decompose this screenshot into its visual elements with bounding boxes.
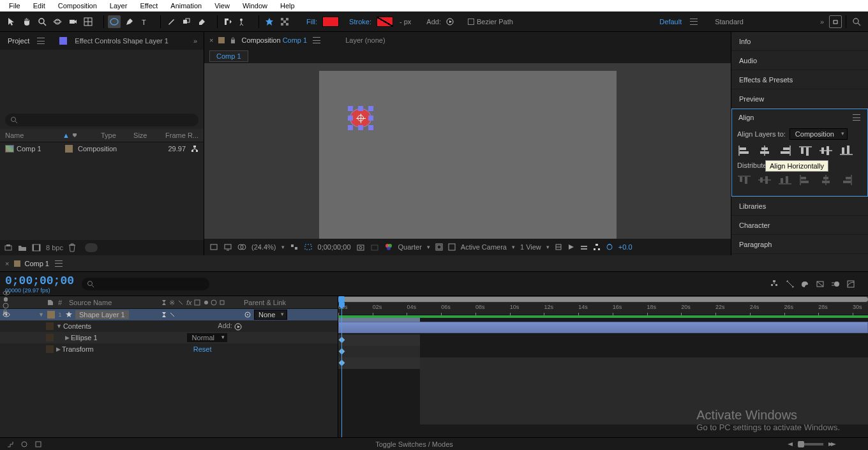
panel-overflow-icon[interactable]: » bbox=[190, 37, 201, 45]
monitor-icon[interactable] bbox=[223, 243, 232, 251]
resize-handle[interactable] bbox=[368, 106, 373, 111]
orbit-tool-icon[interactable] bbox=[51, 15, 64, 28]
zoom-slider[interactable] bbox=[798, 443, 823, 446]
panel-menu-icon[interactable] bbox=[852, 114, 861, 121]
align-left-button[interactable] bbox=[737, 145, 751, 156]
lock-icon[interactable] bbox=[230, 36, 236, 44]
playhead[interactable] bbox=[341, 303, 342, 437]
panel-menu-icon[interactable] bbox=[312, 37, 321, 43]
selection-tool-icon[interactable] bbox=[5, 15, 18, 28]
ellipse-row[interactable]: ▶ Ellipse 1 Normal bbox=[0, 332, 338, 343]
text-tool-icon[interactable]: T bbox=[138, 15, 151, 28]
trash-icon[interactable] bbox=[68, 243, 76, 252]
layer-tab[interactable]: Layer (none) bbox=[345, 36, 385, 44]
search-icon[interactable] bbox=[850, 15, 863, 28]
label-col[interactable] bbox=[47, 299, 55, 306]
draft3d-icon[interactable] bbox=[785, 280, 794, 289]
fill-swatch[interactable] bbox=[322, 17, 339, 27]
blend-icon[interactable] bbox=[34, 440, 42, 448]
dist-hcenter-button[interactable] bbox=[819, 174, 833, 186]
frame-blend-icon[interactable] bbox=[816, 280, 825, 289]
quality-dropdown[interactable]: Quarter bbox=[398, 243, 422, 251]
panel-character[interactable]: Character bbox=[731, 216, 868, 235]
shy-icon[interactable] bbox=[800, 280, 809, 289]
twirl-icon[interactable]: ▼ bbox=[37, 311, 45, 318]
resize-handle[interactable] bbox=[368, 116, 373, 121]
twirl-icon[interactable]: ▼ bbox=[55, 323, 63, 329]
stroke-px[interactable]: - px bbox=[400, 18, 411, 26]
menu-window[interactable]: Window bbox=[236, 2, 274, 10]
checker-icon[interactable] bbox=[278, 15, 291, 28]
panel-paragraph[interactable]: Paragraph bbox=[731, 235, 868, 254]
workspace-overflow-icon[interactable]: » bbox=[816, 18, 828, 26]
render-pill[interactable] bbox=[85, 243, 98, 252]
blend-mode-dropdown[interactable]: Normal bbox=[187, 333, 227, 342]
zoom-tool-icon[interactable] bbox=[36, 15, 49, 28]
col-name[interactable]: Name bbox=[5, 131, 63, 139]
dist-bottom-button[interactable] bbox=[778, 174, 792, 186]
resize-handle[interactable] bbox=[358, 125, 363, 130]
resize-handle[interactable] bbox=[358, 106, 363, 111]
shape-tool-icon[interactable] bbox=[108, 15, 121, 28]
res-icon[interactable] bbox=[290, 243, 299, 251]
menu-animation[interactable]: Animation bbox=[164, 2, 208, 10]
roto-tool-icon[interactable] bbox=[221, 15, 234, 28]
dropdown-icon[interactable]: ▾ bbox=[512, 244, 515, 250]
puppet-tool-icon[interactable] bbox=[237, 15, 250, 28]
panel-audio[interactable]: Audio bbox=[731, 51, 868, 70]
eye-icon[interactable] bbox=[3, 311, 10, 318]
reset-link[interactable]: Reset bbox=[193, 345, 212, 353]
num-col[interactable]: # bbox=[55, 299, 65, 306]
pixel-ar-icon[interactable] bbox=[555, 243, 562, 251]
dist-right-button[interactable] bbox=[839, 174, 853, 186]
workspace-standard[interactable]: Standard bbox=[708, 18, 750, 26]
resize-handle[interactable] bbox=[348, 106, 353, 111]
align-bottom-button[interactable] bbox=[839, 145, 853, 156]
snapshot-icon[interactable] bbox=[356, 243, 365, 251]
graph-editor-icon[interactable] bbox=[846, 280, 855, 289]
render-icon[interactable] bbox=[20, 440, 28, 448]
comp-mini-flowchart-icon[interactable] bbox=[770, 280, 779, 289]
time-ruler[interactable]: 00s02s04s06s08s10s12s14s16s18s20s22s24s2… bbox=[338, 303, 868, 315]
anchor-point-icon[interactable] bbox=[357, 115, 364, 121]
mask-icon[interactable] bbox=[237, 243, 246, 251]
view-dropdown[interactable]: 1 View bbox=[520, 243, 541, 251]
pickwhip-icon[interactable] bbox=[244, 311, 251, 319]
transform-row[interactable]: ▶ Transform Reset bbox=[0, 343, 338, 355]
col-fr[interactable]: Frame R... bbox=[165, 131, 198, 139]
hand-tool-icon[interactable] bbox=[20, 15, 33, 28]
menu-view[interactable]: View bbox=[208, 2, 236, 10]
motion-blur-icon[interactable] bbox=[831, 280, 840, 289]
dropdown-icon[interactable]: ▾ bbox=[427, 244, 430, 250]
comp-tab-label[interactable]: Composition Comp 1 bbox=[241, 36, 307, 44]
zoom-dropdown-icon[interactable]: ▾ bbox=[281, 244, 285, 250]
menu-layer[interactable]: Layer bbox=[103, 2, 134, 10]
anchor-tool-icon[interactable] bbox=[82, 15, 94, 28]
zoom-in-icon[interactable] bbox=[827, 442, 836, 447]
project-tab[interactable]: Project bbox=[3, 34, 50, 47]
panel-fx[interactable]: Effects & Presets bbox=[731, 70, 868, 89]
dist-left-button[interactable] bbox=[798, 174, 812, 186]
twirl-icon[interactable]: ▶ bbox=[55, 346, 62, 352]
flowchart-icon[interactable] bbox=[593, 243, 601, 251]
panel-preview[interactable]: Preview bbox=[731, 89, 868, 109]
layer-color-swatch[interactable] bbox=[47, 311, 55, 319]
workspace-default[interactable]: Default bbox=[653, 18, 688, 26]
time-navigator[interactable] bbox=[338, 296, 868, 303]
align-top-button[interactable] bbox=[798, 145, 812, 156]
expand-icon[interactable] bbox=[6, 440, 14, 448]
parent-col[interactable]: Parent & Link bbox=[244, 299, 308, 306]
camera-dropdown[interactable]: Active Camera bbox=[461, 243, 507, 251]
panel-menu-icon[interactable] bbox=[54, 260, 63, 267]
bpc-label[interactable]: 8 bpc bbox=[46, 244, 63, 251]
dist-top-button[interactable] bbox=[737, 174, 751, 186]
close-tab-icon[interactable]: × bbox=[209, 36, 213, 44]
zoom-out-icon[interactable] bbox=[786, 442, 794, 447]
resize-handle[interactable] bbox=[348, 116, 353, 121]
align-vcenter-button[interactable] bbox=[819, 145, 833, 156]
eraser-tool-icon[interactable] bbox=[195, 15, 208, 28]
dist-vcenter-button[interactable] bbox=[758, 174, 772, 186]
workspace-default-menu-icon[interactable] bbox=[689, 19, 698, 25]
exposure-value[interactable]: +0.0 bbox=[618, 243, 632, 251]
guide-icon[interactable] bbox=[448, 243, 456, 251]
